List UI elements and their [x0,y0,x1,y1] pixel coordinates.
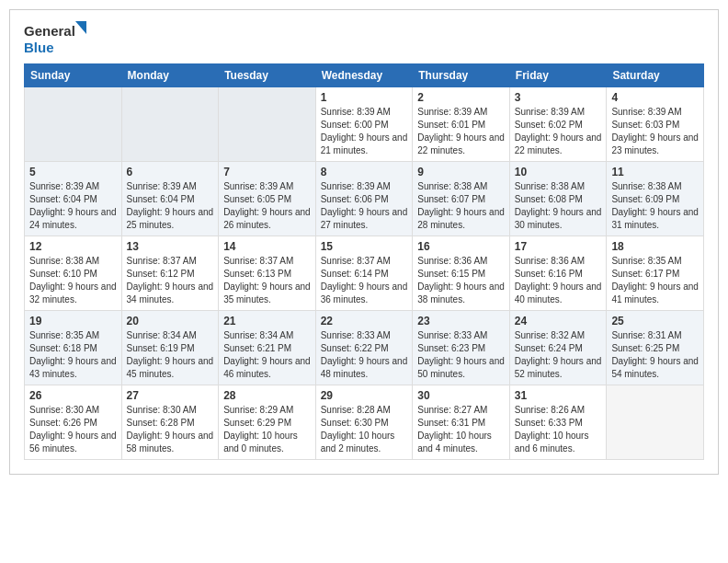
calendar-page: General Blue SundayMondayTuesdayWednesda… [9,9,719,475]
week-row-5: 26Sunrise: 8:30 AMSunset: 6:26 PMDayligh… [25,385,704,460]
daylight-label: Daylight: 9 hours and 46 minutes. [223,356,311,379]
day-info: Sunrise: 8:35 AMSunset: 6:18 PMDaylight:… [29,329,117,381]
sunset-label: Sunset: 6:04 PM [29,194,97,204]
sunrise-label: Sunrise: 8:34 AM [127,330,197,340]
day-info: Sunrise: 8:36 AMSunset: 6:16 PMDaylight:… [515,255,602,306]
day-number: 22 [321,315,408,327]
sunset-label: Sunset: 6:24 PM [515,343,583,353]
sunrise-label: Sunrise: 8:33 AM [321,330,391,340]
sunrise-label: Sunrise: 8:37 AM [321,256,391,266]
daylight-label: Daylight: 9 hours and 21 minutes. [321,132,408,155]
day-info: Sunrise: 8:39 AMSunset: 6:03 PMDaylight:… [611,106,699,157]
day-number: 3 [515,91,602,104]
sunrise-label: Sunrise: 8:32 AM [515,330,585,340]
day-info: Sunrise: 8:29 AMSunset: 6:29 PMDaylight:… [223,404,311,455]
week-row-1: 1Sunrise: 8:39 AMSunset: 6:00 PMDaylight… [25,87,704,162]
sunset-label: Sunset: 6:04 PM [127,194,195,204]
day-cell [219,87,316,162]
day-cell: 16Sunrise: 8:36 AMSunset: 6:15 PMDayligh… [413,236,510,311]
daylight-label: Daylight: 9 hours and 22 minutes. [515,132,602,155]
day-cell: 20Sunrise: 8:34 AMSunset: 6:19 PMDayligh… [121,311,219,385]
sunrise-label: Sunrise: 8:39 AM [321,107,391,117]
day-number: 15 [321,240,408,253]
daylight-label: Daylight: 9 hours and 38 minutes. [417,282,505,304]
day-info: Sunrise: 8:34 AMSunset: 6:21 PMDaylight:… [223,329,311,381]
day-cell: 18Sunrise: 8:35 AMSunset: 6:17 PMDayligh… [607,236,704,311]
sunrise-label: Sunrise: 8:27 AM [417,405,487,415]
calendar-table: SundayMondayTuesdayWednesdayThursdayFrid… [24,63,704,460]
day-info: Sunrise: 8:33 AMSunset: 6:22 PMDaylight:… [321,329,408,381]
day-cell: 1Sunrise: 8:39 AMSunset: 6:00 PMDaylight… [315,87,413,162]
day-info: Sunrise: 8:37 AMSunset: 6:13 PMDaylight:… [223,255,311,306]
sunrise-label: Sunrise: 8:34 AM [223,330,293,340]
sunrise-label: Sunrise: 8:38 AM [29,256,99,266]
daylight-label: Daylight: 9 hours and 25 minutes. [127,207,214,230]
day-info: Sunrise: 8:30 AMSunset: 6:26 PMDaylight:… [29,404,117,455]
sunrise-label: Sunrise: 8:30 AM [127,405,197,415]
sunrise-label: Sunrise: 8:38 AM [417,181,487,191]
daylight-label: Daylight: 9 hours and 32 minutes. [29,282,117,304]
day-info: Sunrise: 8:38 AMSunset: 6:10 PMDaylight:… [29,255,117,306]
sunset-label: Sunset: 6:00 PM [321,120,389,130]
sunrise-label: Sunrise: 8:36 AM [515,256,585,266]
sunset-label: Sunset: 6:33 PM [515,418,583,428]
sunset-label: Sunset: 6:21 PM [223,343,291,353]
sunrise-label: Sunrise: 8:28 AM [321,405,391,415]
day-info: Sunrise: 8:27 AMSunset: 6:31 PMDaylight:… [417,404,505,455]
day-number: 31 [515,389,602,402]
day-info: Sunrise: 8:33 AMSunset: 6:23 PMDaylight:… [417,329,505,381]
day-info: Sunrise: 8:37 AMSunset: 6:12 PMDaylight:… [127,255,214,306]
sunrise-label: Sunrise: 8:37 AM [223,256,293,266]
sunset-label: Sunset: 6:28 PM [127,418,195,428]
day-number: 26 [29,389,117,402]
sunrise-label: Sunrise: 8:39 AM [515,107,585,117]
sunrise-label: Sunrise: 8:35 AM [29,330,99,340]
sunset-label: Sunset: 6:10 PM [29,269,97,279]
sunset-label: Sunset: 6:02 PM [515,120,583,130]
day-cell: 28Sunrise: 8:29 AMSunset: 6:29 PMDayligh… [219,385,316,460]
day-number: 29 [321,389,408,402]
day-number: 7 [223,166,311,178]
sunrise-label: Sunrise: 8:33 AM [417,330,487,340]
sunset-label: Sunset: 6:15 PM [417,269,485,279]
sunset-label: Sunset: 6:14 PM [321,269,389,279]
day-header-wednesday: Wednesday [315,64,413,87]
day-cell: 9Sunrise: 8:38 AMSunset: 6:07 PMDaylight… [413,162,510,236]
day-number: 20 [127,315,214,327]
day-info: Sunrise: 8:38 AMSunset: 6:07 PMDaylight:… [417,180,505,232]
day-cell: 6Sunrise: 8:39 AMSunset: 6:04 PMDaylight… [121,162,219,236]
day-number: 24 [515,315,602,327]
sunrise-label: Sunrise: 8:30 AM [29,405,99,415]
week-row-4: 19Sunrise: 8:35 AMSunset: 6:18 PMDayligh… [25,311,704,385]
day-headers-row: SundayMondayTuesdayWednesdayThursdayFrid… [25,64,704,87]
daylight-label: Daylight: 9 hours and 41 minutes. [611,282,699,304]
day-number: 30 [417,389,505,402]
daylight-label: Daylight: 9 hours and 34 minutes. [127,282,214,304]
day-number: 19 [29,315,117,327]
sunset-label: Sunset: 6:05 PM [223,194,291,204]
daylight-label: Daylight: 9 hours and 50 minutes. [417,356,505,379]
daylight-label: Daylight: 9 hours and 40 minutes. [515,282,602,304]
day-header-friday: Friday [509,64,607,87]
logo-svg: General Blue [24,19,88,56]
sunset-label: Sunset: 6:23 PM [417,343,485,353]
day-cell: 4Sunrise: 8:39 AMSunset: 6:03 PMDaylight… [607,87,704,162]
daylight-label: Daylight: 9 hours and 35 minutes. [223,282,311,304]
day-info: Sunrise: 8:37 AMSunset: 6:14 PMDaylight:… [321,255,408,306]
day-number: 4 [611,91,699,104]
daylight-label: Daylight: 9 hours and 45 minutes. [127,356,214,379]
daylight-label: Daylight: 9 hours and 22 minutes. [417,132,505,155]
day-cell: 8Sunrise: 8:39 AMSunset: 6:06 PMDaylight… [315,162,413,236]
sunset-label: Sunset: 6:31 PM [417,418,485,428]
daylight-label: Daylight: 9 hours and 54 minutes. [611,356,699,379]
day-number: 17 [515,240,602,253]
sunrise-label: Sunrise: 8:39 AM [611,107,681,117]
day-info: Sunrise: 8:39 AMSunset: 6:04 PMDaylight:… [29,180,117,232]
day-cell: 27Sunrise: 8:30 AMSunset: 6:28 PMDayligh… [121,385,219,460]
day-number: 12 [29,240,117,253]
day-number: 21 [223,315,311,327]
svg-text:General: General [24,23,75,39]
day-cell: 14Sunrise: 8:37 AMSunset: 6:13 PMDayligh… [219,236,316,311]
day-cell: 29Sunrise: 8:28 AMSunset: 6:30 PMDayligh… [315,385,413,460]
sunrise-label: Sunrise: 8:26 AM [515,405,585,415]
